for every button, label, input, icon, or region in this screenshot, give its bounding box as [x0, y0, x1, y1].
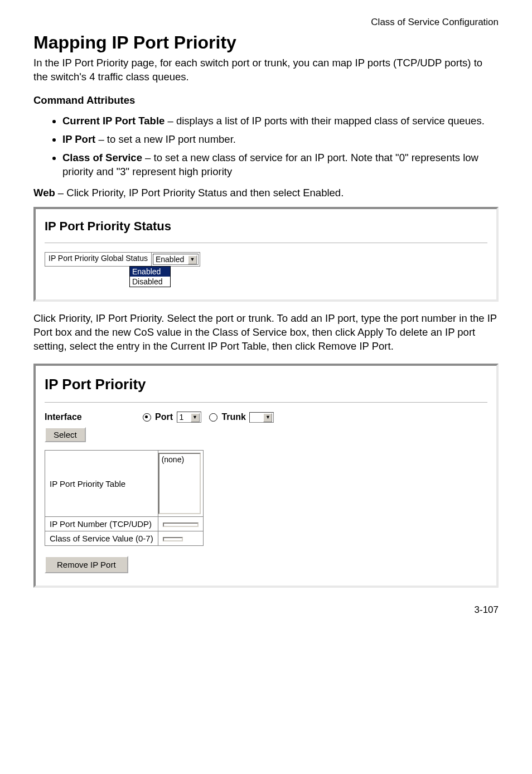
chevron-down-icon[interactable]: ▼: [263, 413, 272, 422]
port-select-value: 1: [178, 412, 191, 422]
attribute-list: Current IP Port Table – displays a list …: [33, 114, 499, 179]
panel2-title: IP Port Priority: [45, 376, 487, 393]
dropdown-option-disabled[interactable]: Disabled: [130, 277, 170, 287]
attr-name: IP Port: [62, 133, 95, 145]
trunk-label: Trunk: [221, 412, 246, 422]
interface-row: Interface Port 1▼ Trunk ▼: [45, 412, 487, 423]
trunk-select[interactable]: ▼: [249, 412, 274, 423]
web-instruction: Web – Click Priority, IP Port Priority S…: [33, 187, 499, 199]
cos-value-label: Class of Service Value (0-7): [45, 531, 158, 546]
page-title: Mapping IP Port Priority: [33, 32, 499, 53]
dropdown-option-enabled[interactable]: Enabled: [130, 267, 170, 277]
list-item: Current IP Port Table – displays a list …: [62, 114, 499, 128]
intro-paragraph: In the IP Port Priority page, for each s…: [33, 56, 499, 84]
web-prefix: Web: [33, 187, 55, 199]
trunk-radio[interactable]: [209, 413, 217, 422]
chevron-down-icon[interactable]: ▼: [188, 255, 197, 264]
list-item: IP Port – to set a new IP port number.: [62, 133, 499, 147]
attr-desc: – displays a list of IP ports with their…: [165, 115, 484, 127]
page-number: 3-107: [33, 604, 499, 616]
port-radio[interactable]: [143, 413, 151, 422]
ip-port-number-input[interactable]: [163, 523, 199, 527]
trunk-select-value: [251, 419, 263, 420]
attr-desc: – to set a new IP port number.: [95, 133, 236, 145]
priority-table-listbox[interactable]: (none): [158, 453, 201, 514]
port-select[interactable]: 1▼: [177, 412, 201, 423]
command-attributes-heading: Command Attributes: [33, 94, 499, 107]
cos-value-input[interactable]: [163, 537, 183, 541]
attr-name: Current IP Port Table: [62, 115, 165, 127]
web-rest: – Click Priority, IP Port Priority Statu…: [55, 187, 344, 199]
status-table: IP Port Priority Global Status Enabled▼: [45, 252, 200, 267]
global-status-select[interactable]: Enabled▼: [153, 254, 199, 265]
chevron-down-icon[interactable]: ▼: [191, 413, 200, 422]
attr-name: Class of Service: [62, 152, 142, 163]
interface-label: Interface: [45, 412, 82, 422]
ip-port-priority-status-panel: IP Port Priority Status IP Port Priority…: [33, 207, 499, 302]
ip-port-priority-panel: IP Port Priority Interface Port 1▼ Trunk…: [33, 364, 499, 588]
priority-table-label: IP Port Priority Table: [45, 451, 158, 517]
select-value: Enabled: [154, 254, 188, 264]
section-header: Class of Service Configuration: [33, 17, 499, 28]
port-label: Port: [155, 412, 173, 422]
listbox-placeholder: (none): [162, 455, 184, 464]
select-button[interactable]: Select: [45, 427, 86, 442]
global-status-dropdown[interactable]: Enabled Disabled: [129, 266, 171, 287]
remove-ip-port-button[interactable]: Remove IP Port: [45, 556, 128, 573]
status-row-label: IP Port Priority Global Status: [45, 252, 152, 266]
ip-port-number-label: IP Port Number (TCP/UDP): [45, 517, 158, 531]
mid-paragraph: Click Priority, IP Port Priority. Select…: [33, 312, 499, 354]
ip-port-detail-table: IP Port Priority Table (none) IP Port Nu…: [45, 450, 204, 546]
panel1-title: IP Port Priority Status: [45, 219, 487, 234]
list-item: Class of Service – to set a new class of…: [62, 151, 499, 179]
